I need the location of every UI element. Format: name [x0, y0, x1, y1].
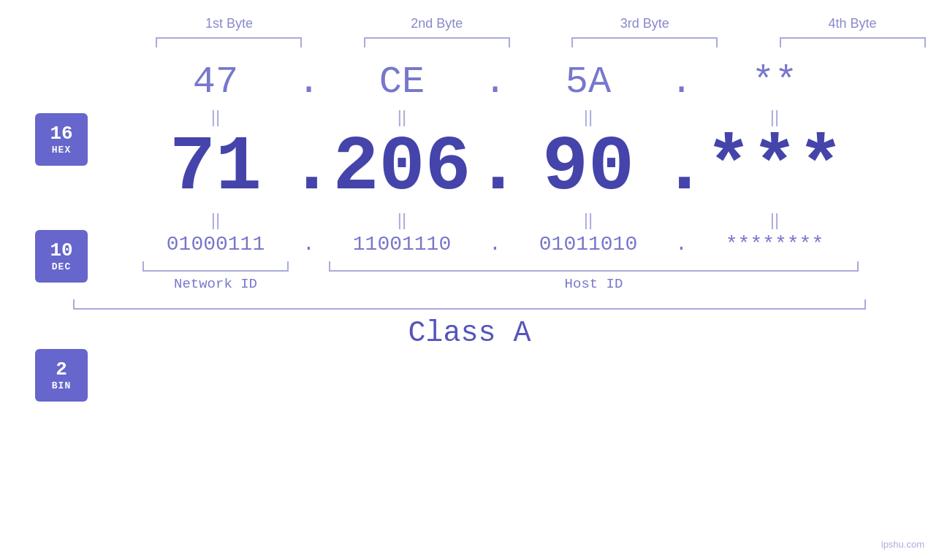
bracket-bottom-row: Network ID Host ID	[0, 261, 939, 292]
bin-dot-2: .	[475, 233, 515, 256]
dec-dot-1: .	[289, 130, 329, 207]
hex-val-1: 47	[142, 61, 289, 104]
equals-row-2: || || || ||	[0, 210, 939, 230]
badge-hex-label: HEX	[52, 145, 71, 156]
bin-val-1: 01000111	[142, 233, 289, 256]
host-id-group: Host ID	[329, 261, 859, 292]
dec-dot-3: .	[661, 130, 702, 207]
spacer-1	[316, 16, 350, 47]
network-id-group: Network ID	[142, 261, 289, 292]
network-id-label: Network ID	[174, 276, 257, 292]
hex-row: 47 . CE . 5A . **	[0, 61, 939, 104]
bracket-top-2	[364, 37, 510, 47]
class-label: Class A	[408, 317, 531, 350]
dec-val-4: ***	[702, 130, 848, 207]
dec-val-2: 206	[329, 130, 475, 207]
byte-label-4: 4th Byte	[828, 16, 876, 31]
hex-val-3: 5A	[515, 61, 661, 104]
badge-hex-number: 16	[50, 123, 72, 145]
bin-val-2: 11001110	[329, 233, 475, 256]
watermark: ipshu.com	[881, 538, 924, 551]
bin-dot-3: .	[661, 233, 702, 256]
main-container: 1st Byte 2nd Byte 3rd Byte 4th Byte 47 .…	[0, 0, 939, 560]
byte-label-1: 1st Byte	[205, 16, 253, 31]
byte-col-3: 3rd Byte	[558, 16, 731, 47]
hex-dot-3: .	[661, 61, 702, 104]
badge-bin-label: BIN	[52, 380, 71, 391]
spacer-2	[523, 16, 558, 47]
byte-col-1: 1st Byte	[142, 16, 316, 47]
badge-dec: 10 DEC	[35, 230, 88, 283]
eq-1: ||	[142, 107, 289, 127]
badge-dec-label: DEC	[52, 261, 71, 272]
bracket-top-4	[780, 37, 926, 47]
equals-row-1: || || || ||	[0, 107, 939, 127]
bin-row: 01000111 . 11001110 . 01011010 . *******…	[0, 233, 939, 256]
bin-val-4: ********	[702, 233, 848, 256]
byte-col-2: 2nd Byte	[350, 16, 523, 47]
header-row: 1st Byte 2nd Byte 3rd Byte 4th Byte	[0, 0, 939, 47]
byte-col-4: 4th Byte	[766, 16, 939, 47]
eq-2: ||	[329, 107, 475, 127]
badge-bin-number: 2	[56, 359, 67, 380]
dec-row: 71 . 206 . 90 . ***	[0, 130, 939, 207]
badge-dec-number: 10	[50, 240, 72, 261]
hex-dot-2: .	[475, 61, 515, 104]
badge-bin: 2 BIN	[35, 349, 88, 402]
badge-hex: 16 HEX	[35, 113, 88, 166]
bin-dot-1: .	[289, 233, 329, 256]
host-id-label: Host ID	[565, 276, 623, 292]
bracket-bottom-1	[142, 261, 289, 272]
bracket-top-3	[571, 37, 718, 47]
hex-val-2: CE	[329, 61, 475, 104]
hex-val-4: **	[702, 61, 848, 104]
byte-label-2: 2nd Byte	[411, 16, 463, 31]
dec-dot-2: .	[475, 130, 515, 207]
dec-val-3: 90	[515, 130, 661, 207]
hex-dot-1: .	[289, 61, 329, 104]
class-label-row: Class A	[0, 317, 939, 350]
class-bracket-wrapper	[73, 299, 866, 310]
eq-3: ||	[515, 107, 661, 127]
spacer-3	[731, 16, 766, 47]
dec-val-1: 71	[142, 130, 289, 207]
class-bracket	[73, 299, 866, 310]
eq-4: ||	[702, 107, 848, 127]
byte-label-3: 3rd Byte	[620, 16, 669, 31]
bracket-top-1	[156, 37, 302, 47]
bracket-bottom-host	[329, 261, 859, 272]
bin-val-3: 01011010	[515, 233, 661, 256]
